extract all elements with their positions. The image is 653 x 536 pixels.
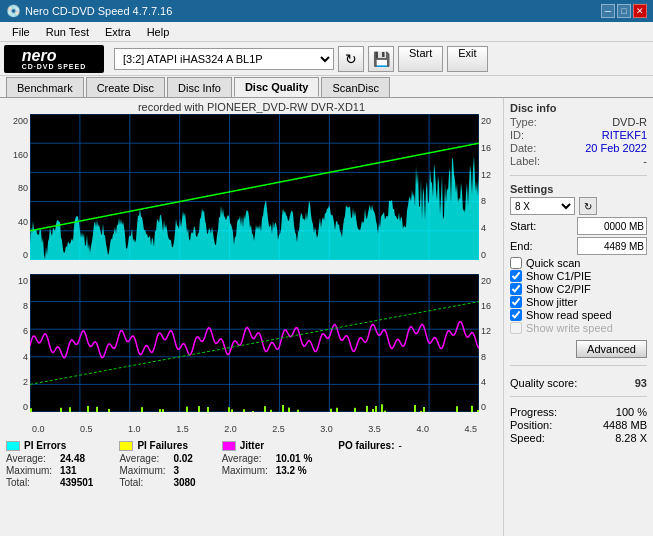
chart-area: recorded with PIONEER_DVD-RW DVR-XD11 20… — [0, 98, 503, 536]
show-write-speed-checkbox[interactable] — [510, 322, 522, 334]
drive-selector[interactable]: [3:2] ATAPI iHAS324 A BL1P — [114, 48, 334, 70]
minimize-button[interactable]: ─ — [601, 4, 615, 18]
y-right-20: 20 — [481, 116, 491, 126]
show-read-speed-label: Show read speed — [526, 309, 612, 321]
speed-selector[interactable]: 8 X 4 X Max — [510, 197, 575, 215]
position-label: Position: — [510, 419, 552, 431]
y2-left-10: 10 — [18, 276, 28, 286]
start-input[interactable] — [577, 217, 647, 235]
legend-jitter: Jitter Average:10.01 % Maximum:13.2 % — [222, 440, 313, 488]
speed-label: Speed: — [510, 432, 545, 444]
exit-button[interactable]: Exit — [447, 46, 487, 72]
tab-disc-info[interactable]: Disc Info — [167, 77, 232, 97]
avg-label: Average: — [6, 453, 58, 464]
quick-scan-label: Quick scan — [526, 257, 580, 269]
y-right-8: 8 — [481, 196, 486, 206]
end-label: End: — [510, 240, 533, 252]
y-left-200: 200 — [13, 116, 28, 126]
po-failures-title: PO failures: — [338, 440, 394, 451]
y-right-0: 0 — [481, 250, 486, 260]
po-failures-value: - — [398, 440, 401, 451]
pif-avg-label: Average: — [119, 453, 171, 464]
legend-po-failures: PO failures: - — [338, 440, 401, 488]
total-label: Total: — [6, 477, 58, 488]
progress-value: 100 % — [616, 406, 647, 418]
jitter-max-label: Maximum: — [222, 465, 274, 476]
end-input[interactable] — [577, 237, 647, 255]
pi-failures-color — [119, 441, 133, 451]
y2-left-2: 2 — [23, 377, 28, 387]
menu-file[interactable]: File — [4, 24, 38, 40]
y-left-160: 160 — [13, 150, 28, 160]
title-bar-text: Nero CD-DVD Speed 4.7.7.16 — [25, 5, 172, 17]
id-value: RITEKF1 — [602, 129, 647, 141]
legend-area: PI Errors Average:24.48 Maximum:131 Tota… — [2, 438, 501, 490]
tab-bar: Benchmark Create Disc Disc Info Disc Qua… — [0, 76, 653, 98]
tab-disc-quality[interactable]: Disc Quality — [234, 77, 320, 97]
jitter-title: Jitter — [240, 440, 264, 451]
date-value: 20 Feb 2022 — [585, 142, 647, 154]
y2-right-12: 12 — [481, 326, 491, 336]
y2-left-0: 0 — [23, 402, 28, 412]
tab-scan-disc[interactable]: ScanDisc — [321, 77, 389, 97]
save-button[interactable]: 💾 — [368, 46, 394, 72]
pi-errors-avg: 24.48 — [60, 453, 85, 464]
maximize-button[interactable]: □ — [617, 4, 631, 18]
right-panel: Disc info Type: DVD-R ID: RITEKF1 Date: … — [503, 98, 653, 536]
tab-benchmark[interactable]: Benchmark — [6, 77, 84, 97]
id-label: ID: — [510, 129, 524, 141]
quality-score-value: 93 — [635, 377, 647, 389]
pi-errors-total: 439501 — [60, 477, 93, 488]
menu-help[interactable]: Help — [139, 24, 178, 40]
divider-1 — [510, 175, 647, 176]
chart-title: recorded with PIONEER_DVD-RW DVR-XD11 — [2, 100, 501, 114]
jitter-max: 13.2 % — [276, 465, 307, 476]
show-read-speed-checkbox[interactable] — [510, 309, 522, 321]
menu-run-test[interactable]: Run Test — [38, 24, 97, 40]
progress-label: Progress: — [510, 406, 557, 418]
main-content: recorded with PIONEER_DVD-RW DVR-XD11 20… — [0, 98, 653, 536]
toolbar: nero CD·DVD SPEED [3:2] ATAPI iHAS324 A … — [0, 42, 653, 76]
y-left-0: 0 — [23, 250, 28, 260]
y2-left-4: 4 — [23, 352, 28, 362]
nero-logo: nero CD·DVD SPEED — [4, 45, 104, 73]
refresh-button[interactable]: ↻ — [338, 46, 364, 72]
jitter-avg-label: Average: — [222, 453, 274, 464]
close-button[interactable]: ✕ — [633, 4, 647, 18]
y2-right-4: 4 — [481, 377, 486, 387]
max-label: Maximum: — [6, 465, 58, 476]
start-button[interactable]: Start — [398, 46, 443, 72]
y2-left-8: 8 — [23, 301, 28, 311]
top-chart-canvas — [30, 114, 479, 260]
jitter-color — [222, 441, 236, 451]
y2-right-0: 0 — [481, 402, 486, 412]
y2-left-6: 6 — [23, 326, 28, 336]
show-write-speed-label: Show write speed — [526, 322, 613, 334]
y-right-4: 4 — [481, 223, 486, 233]
label-label: Label: — [510, 155, 540, 167]
tab-create-disc[interactable]: Create Disc — [86, 77, 165, 97]
show-jitter-label: Show jitter — [526, 296, 577, 308]
pif-total-label: Total: — [119, 477, 171, 488]
settings-title: Settings — [510, 183, 647, 195]
legend-pi-errors: PI Errors Average:24.48 Maximum:131 Tota… — [6, 440, 93, 488]
quick-scan-checkbox[interactable] — [510, 257, 522, 269]
position-value: 4488 MB — [603, 419, 647, 431]
y-right-12: 12 — [481, 170, 491, 180]
show-c2-pif-checkbox[interactable] — [510, 283, 522, 295]
y-left-80: 80 — [18, 183, 28, 193]
divider-2 — [510, 365, 647, 366]
menu-extra[interactable]: Extra — [97, 24, 139, 40]
title-bar: 💿 Nero CD-DVD Speed 4.7.7.16 ─ □ ✕ — [0, 0, 653, 22]
show-jitter-checkbox[interactable] — [510, 296, 522, 308]
show-c1-pie-checkbox[interactable] — [510, 270, 522, 282]
speed-value: 8.28 X — [615, 432, 647, 444]
settings-refresh-button[interactable]: ↻ — [579, 197, 597, 215]
settings-section: Settings 8 X 4 X Max ↻ Start: End: Quick… — [510, 183, 647, 358]
disc-info-title: Disc info — [510, 102, 647, 114]
advanced-button[interactable]: Advanced — [576, 340, 647, 358]
pi-failures-max: 3 — [173, 465, 179, 476]
type-label: Type: — [510, 116, 537, 128]
pi-errors-max: 131 — [60, 465, 77, 476]
pi-errors-title: PI Errors — [24, 440, 66, 451]
